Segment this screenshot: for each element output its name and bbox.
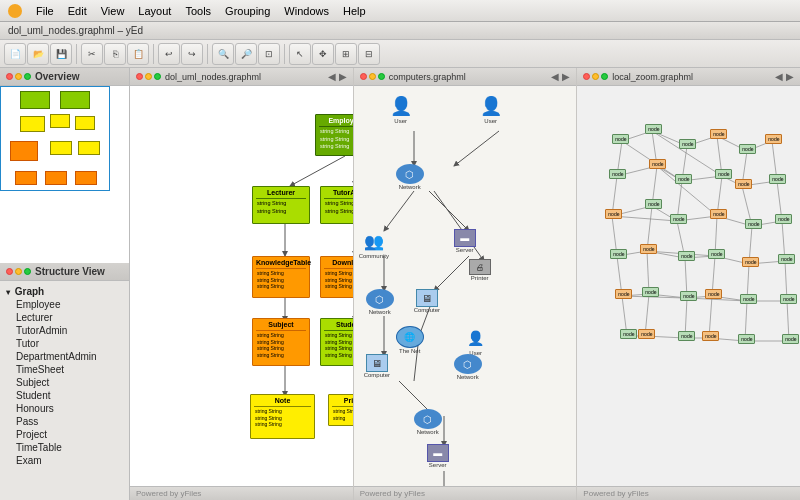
tree-item-deptadmin[interactable]: DepartmentAdmin: [0, 350, 129, 363]
uml-private[interactable]: Private string Stringstring: [328, 394, 353, 426]
g3-close[interactable]: [583, 73, 590, 80]
menu-edit[interactable]: Edit: [62, 3, 93, 19]
tree-item-student[interactable]: Student: [0, 389, 129, 402]
comp-printer-top[interactable]: 🖨 Printer: [469, 259, 491, 281]
net-n33[interactable]: node: [678, 331, 695, 341]
graph-uml-canvas[interactable]: Employee string Stringstring Stringstrin…: [130, 86, 353, 486]
net-n15[interactable]: node: [670, 214, 687, 224]
uml-download[interactable]: Download string Stringstring Stringstrin…: [320, 256, 353, 298]
g2-close[interactable]: [360, 73, 367, 80]
toolbar-snap[interactable]: ⊟: [358, 43, 380, 65]
g3-nav-right[interactable]: ▶: [786, 71, 794, 82]
tree-item-tutoradmin[interactable]: TutorAdmin: [0, 324, 129, 337]
comp-network2[interactable]: ⬡ Network: [366, 289, 394, 315]
tree-item-honours[interactable]: Honours: [0, 402, 129, 415]
toolbar-move[interactable]: ✥: [312, 43, 334, 65]
menu-help[interactable]: Help: [337, 3, 372, 19]
comp-community[interactable]: 👥 Community: [359, 229, 389, 259]
tree-item-employee[interactable]: Employee: [0, 298, 129, 311]
g2-nav-right[interactable]: ▶: [562, 71, 570, 82]
comp-user1[interactable]: 👤 User: [389, 94, 413, 124]
uml-note[interactable]: Note string Stringstring Stringstring St…: [250, 394, 315, 439]
toolbar-fit[interactable]: ⊡: [258, 43, 280, 65]
struct-close-dot[interactable]: [6, 268, 13, 275]
net-n20[interactable]: node: [640, 244, 657, 254]
net-n1[interactable]: node: [612, 134, 629, 144]
net-n17[interactable]: node: [745, 219, 762, 229]
menu-layout[interactable]: Layout: [132, 3, 177, 19]
g3-min[interactable]: [592, 73, 599, 80]
net-n25[interactable]: node: [615, 289, 632, 299]
net-n29[interactable]: node: [740, 294, 757, 304]
uml-tutoradmin[interactable]: TutorAdmin string Stringstring String: [320, 186, 353, 224]
g1-close[interactable]: [136, 73, 143, 80]
g3-nav-left[interactable]: ◀: [775, 71, 783, 82]
tree-item-lecturer[interactable]: Lecturer: [0, 311, 129, 324]
toolbar-grid[interactable]: ⊞: [335, 43, 357, 65]
net-n27[interactable]: node: [680, 291, 697, 301]
toolbar-paste[interactable]: 📋: [127, 43, 149, 65]
comp-network1[interactable]: ⬡ Network: [396, 164, 424, 190]
comp-server-top[interactable]: ▬ Server: [454, 229, 476, 253]
net-n28[interactable]: node: [705, 289, 722, 299]
net-n13[interactable]: node: [605, 209, 622, 219]
toolbar-undo[interactable]: ↩: [158, 43, 180, 65]
net-n14[interactable]: node: [645, 199, 662, 209]
menu-grouping[interactable]: Grouping: [219, 3, 276, 19]
g1-zoom[interactable]: [154, 73, 161, 80]
comp-computer-mid[interactable]: 🖥 Computer: [414, 289, 440, 313]
g2-min[interactable]: [369, 73, 376, 80]
menu-tools[interactable]: Tools: [179, 3, 217, 19]
net-n6[interactable]: node: [765, 134, 782, 144]
comp-server-bot[interactable]: ▬ Server: [427, 444, 449, 468]
net-n32[interactable]: node: [638, 329, 655, 339]
net-n10[interactable]: node: [715, 169, 732, 179]
menu-file[interactable]: File: [30, 3, 60, 19]
net-n11[interactable]: node: [735, 179, 752, 189]
net-n12[interactable]: node: [769, 174, 786, 184]
menu-windows[interactable]: Windows: [278, 3, 335, 19]
tree-item-pass[interactable]: Pass: [0, 415, 129, 428]
minimize-dot[interactable]: [15, 73, 22, 80]
toolbar-redo[interactable]: ↪: [181, 43, 203, 65]
comp-user-bottom[interactable]: 👤 User: [464, 326, 488, 356]
net-n22[interactable]: node: [708, 249, 725, 259]
zoom-dot[interactable]: [24, 73, 31, 80]
g2-zoom[interactable]: [378, 73, 385, 80]
net-n31[interactable]: node: [620, 329, 637, 339]
net-n24[interactable]: node: [778, 254, 795, 264]
net-n4[interactable]: node: [710, 129, 727, 139]
toolbar-save[interactable]: 💾: [50, 43, 72, 65]
g2-nav-left[interactable]: ◀: [551, 71, 559, 82]
net-n9[interactable]: node: [675, 174, 692, 184]
tree-item-project[interactable]: Project: [0, 428, 129, 441]
tree-item-timetable[interactable]: TimeTable: [0, 441, 129, 454]
toolbar-zoom-in[interactable]: 🔍: [212, 43, 234, 65]
toolbar-select[interactable]: ↖: [289, 43, 311, 65]
uml-employee[interactable]: Employee string Stringstring Stringstrin…: [315, 114, 353, 156]
struct-minimize-dot[interactable]: [15, 268, 22, 275]
net-n21[interactable]: node: [678, 251, 695, 261]
uml-subject[interactable]: Subject string Stringstring Stringstring…: [252, 318, 310, 366]
net-n7[interactable]: node: [609, 169, 626, 179]
graph-computers-canvas[interactable]: 👤 User 👤 User ⬡ Network: [354, 86, 577, 486]
close-dot[interactable]: [6, 73, 13, 80]
tree-item-tutor[interactable]: Tutor: [0, 337, 129, 350]
net-n23[interactable]: node: [742, 257, 759, 267]
comp-user2[interactable]: 👤 User: [479, 94, 503, 124]
struct-zoom-dot[interactable]: [24, 268, 31, 275]
net-n26[interactable]: node: [642, 287, 659, 297]
nav-right-icon[interactable]: ▶: [339, 71, 347, 82]
graph-network-canvas[interactable]: node node node node node node node node …: [577, 86, 800, 486]
nav-left-icon[interactable]: ◀: [328, 71, 336, 82]
net-n18[interactable]: node: [775, 214, 792, 224]
toolbar-cut[interactable]: ✂: [81, 43, 103, 65]
net-n8[interactable]: node: [649, 159, 666, 169]
toolbar-open[interactable]: 📂: [27, 43, 49, 65]
tree-item-exam[interactable]: Exam: [0, 454, 129, 467]
uml-lecturer[interactable]: Lecturer string Stringstring String: [252, 186, 310, 224]
net-n35[interactable]: node: [738, 334, 755, 344]
net-n5[interactable]: node: [739, 144, 756, 154]
uml-student[interactable]: Student string Stringstring Stringstring…: [320, 318, 353, 366]
g1-min[interactable]: [145, 73, 152, 80]
